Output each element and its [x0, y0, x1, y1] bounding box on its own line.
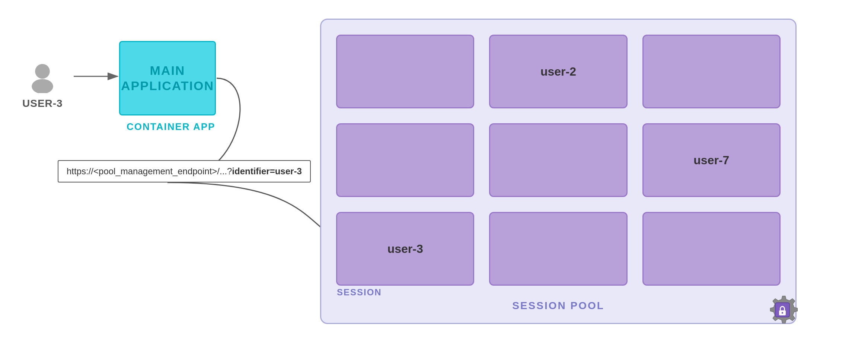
url-bold: identifier=user-3 — [232, 166, 301, 176]
main-app-label: MAIN APPLICATION — [121, 63, 214, 93]
session-pool-label: SESSION POOL — [512, 300, 604, 312]
session-card-s1 — [336, 35, 474, 108]
user-label: USER-3 — [22, 98, 63, 109]
session-pool: user-2 user-7 user-3 SESSION SESSION POO… — [320, 19, 797, 324]
url-box: https://<pool_management_endpoint>/...?i… — [58, 160, 311, 182]
sessions-grid: user-2 user-7 user-3 — [336, 35, 781, 308]
azure-icon — [766, 293, 799, 327]
container-app-label: CONTAINER APP — [127, 121, 215, 133]
main-app-box: MAIN APPLICATION — [119, 41, 216, 115]
session-card-s6: user-7 — [642, 123, 781, 197]
svg-point-7 — [782, 312, 784, 314]
session-card-s9 — [642, 212, 781, 286]
user-section: USER-3 — [22, 60, 63, 109]
url-prefix: https://<pool_management_endpoint>/...? — [67, 166, 232, 176]
session-card-s8 — [489, 212, 627, 286]
session-label: SESSION — [337, 287, 382, 298]
session-card-s3 — [642, 35, 781, 108]
svg-point-3 — [32, 79, 54, 93]
session-card-s4 — [336, 123, 474, 197]
diagram: USER-3 MAIN APPLICATION CONTAINER APP ht… — [0, 0, 868, 362]
session-card-s7: user-3 — [336, 212, 474, 286]
session-card-s5 — [489, 123, 627, 197]
avatar — [26, 60, 59, 93]
svg-point-2 — [35, 64, 50, 79]
session-card-s2: user-2 — [489, 35, 627, 108]
